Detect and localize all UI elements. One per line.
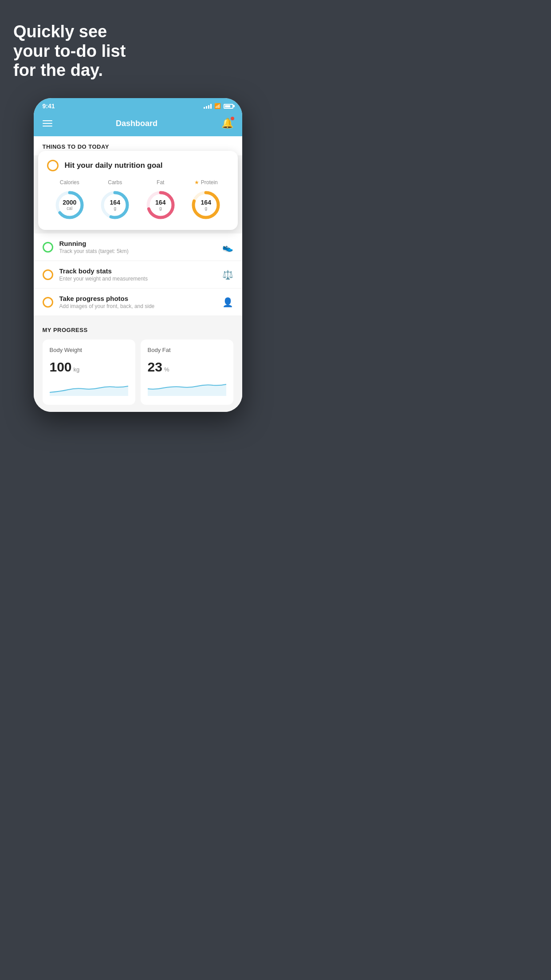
protein-value: 164 bbox=[201, 199, 211, 206]
running-check[interactable] bbox=[43, 242, 53, 253]
calories-unit: cal bbox=[63, 206, 76, 211]
progress-photos-title: Take progress photos bbox=[59, 295, 216, 302]
progress-photos-check[interactable] bbox=[43, 297, 53, 308]
carbs-value: 164 bbox=[110, 199, 120, 206]
carbs-donut: 164 g bbox=[99, 189, 131, 221]
body-fat-card[interactable]: Body Fat 23 % bbox=[141, 340, 233, 405]
notification-badge bbox=[231, 117, 234, 120]
running-title: Running bbox=[59, 240, 216, 247]
menu-button[interactable] bbox=[43, 120, 52, 126]
nutrition-fat: Fat 164 g bbox=[145, 179, 177, 221]
body-weight-card[interactable]: Body Weight 100 kg bbox=[43, 340, 135, 405]
running-subtitle: Track your stats (target: 5km) bbox=[59, 248, 216, 254]
body-weight-value: 100 bbox=[50, 360, 72, 375]
status-icons: 📶 bbox=[204, 103, 233, 109]
body-fat-unit: % bbox=[164, 366, 169, 373]
body-stats-text: Track body stats Enter your weight and m… bbox=[59, 267, 216, 282]
progress-section: MY PROGRESS Body Weight 100 kg bbox=[34, 316, 242, 412]
fat-label: Fat bbox=[157, 179, 164, 186]
fat-donut: 164 g bbox=[145, 189, 177, 221]
phone-mockup: 9:41 📶 Dashboard bbox=[34, 98, 242, 412]
battery-icon bbox=[224, 104, 233, 109]
header-title: Dashboard bbox=[116, 119, 157, 128]
fat-value: 164 bbox=[155, 199, 165, 206]
nutrition-goal-title: Hit your daily nutrition goal bbox=[65, 161, 163, 170]
person-icon: 👤 bbox=[222, 297, 233, 308]
shoe-icon: 👟 bbox=[222, 242, 233, 253]
nutrition-protein: ★ Protein 164 g bbox=[190, 179, 222, 221]
nutrition-carbs: Carbs 164 g bbox=[99, 179, 131, 221]
running-text: Running Track your stats (target: 5km) bbox=[59, 240, 216, 254]
fat-unit: g bbox=[155, 206, 165, 211]
carbs-unit: g bbox=[110, 206, 120, 211]
carbs-label: Carbs bbox=[108, 179, 122, 186]
body-fat-card-title: Body Fat bbox=[148, 347, 226, 353]
body-fat-chart bbox=[148, 380, 226, 396]
protein-unit: g bbox=[201, 206, 211, 211]
signal-icon bbox=[204, 103, 212, 109]
wifi-icon: 📶 bbox=[214, 103, 221, 109]
scale-icon: ⚖️ bbox=[222, 269, 233, 280]
protein-donut: 164 g bbox=[190, 189, 222, 221]
app-content: THINGS TO DO TODAY Hit your daily nutrit… bbox=[34, 136, 242, 412]
calories-label: Calories bbox=[60, 179, 79, 186]
progress-photos-text: Take progress photos Add images of your … bbox=[59, 295, 216, 309]
body-fat-value: 23 bbox=[148, 360, 162, 375]
todo-item-running[interactable]: Running Track your stats (target: 5km) 👟 bbox=[34, 233, 242, 261]
card-title-row: Hit your daily nutrition goal bbox=[47, 160, 229, 171]
nutrition-goal-check[interactable] bbox=[47, 160, 59, 171]
calories-donut: 2000 cal bbox=[54, 189, 86, 221]
nutrition-calories: Calories 2000 cal bbox=[54, 179, 86, 221]
page-wrapper: Quickly seeyour to-do listfor the day. 9… bbox=[0, 0, 276, 490]
page-headline: Quickly seeyour to-do listfor the day. bbox=[9, 22, 267, 80]
body-stats-title: Track body stats bbox=[59, 267, 216, 275]
calories-value: 2000 bbox=[63, 199, 76, 206]
body-stats-subtitle: Enter your weight and measurements bbox=[59, 276, 216, 282]
progress-photos-subtitle: Add images of your front, back, and side bbox=[59, 303, 216, 309]
todo-item-progress-photos[interactable]: Take progress photos Add images of your … bbox=[34, 288, 242, 316]
nutrition-goal-card: Hit your daily nutrition goal Calories bbox=[38, 151, 238, 230]
progress-cards: Body Weight 100 kg Body Fat bbox=[43, 340, 233, 405]
body-weight-value-row: 100 kg bbox=[50, 360, 128, 375]
progress-title: MY PROGRESS bbox=[43, 327, 233, 333]
body-stats-check[interactable] bbox=[43, 269, 53, 280]
body-weight-card-title: Body Weight bbox=[50, 347, 128, 353]
todo-item-body-stats[interactable]: Track body stats Enter your weight and m… bbox=[34, 261, 242, 288]
body-fat-value-row: 23 % bbox=[148, 360, 226, 375]
todo-list: Running Track your stats (target: 5km) 👟… bbox=[34, 233, 242, 316]
status-bar: 9:41 📶 bbox=[34, 98, 242, 112]
body-weight-chart bbox=[50, 380, 128, 396]
app-header: Dashboard 🔔 bbox=[34, 112, 242, 136]
notifications-button[interactable]: 🔔 bbox=[221, 118, 233, 129]
nutrition-circles: Calories 2000 cal bbox=[47, 179, 229, 221]
protein-star-icon: ★ bbox=[194, 179, 199, 186]
body-weight-unit: kg bbox=[74, 366, 80, 373]
protein-label: ★ Protein bbox=[194, 179, 218, 186]
status-time: 9:41 bbox=[43, 103, 55, 110]
